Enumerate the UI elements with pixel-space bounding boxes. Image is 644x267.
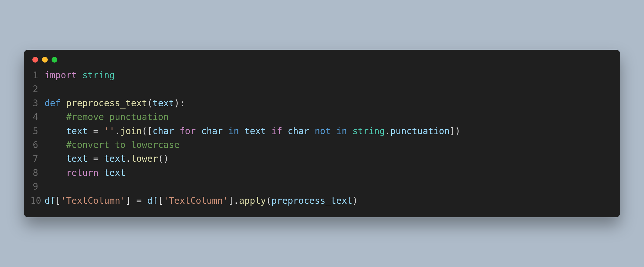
line-number: 10 (30, 194, 45, 208)
space-token (61, 98, 66, 108)
space-token (266, 126, 271, 136)
space-token (99, 153, 104, 164)
code-line: 6 #convert to lowercase (30, 138, 614, 152)
line-number: 6 (30, 138, 45, 152)
string-token: 'TextColumn' (61, 195, 126, 206)
var-token: text (104, 153, 125, 164)
minimize-icon[interactable] (42, 57, 48, 63)
space-token (223, 126, 228, 136)
space-token (309, 126, 315, 136)
space-token (99, 126, 104, 136)
space-token (142, 195, 147, 206)
punct-token: ( (158, 153, 163, 164)
punct-token: . (234, 195, 239, 206)
close-icon[interactable] (32, 57, 38, 63)
code-content: text = ''.join([char for char in text if… (45, 124, 614, 138)
space-token (347, 126, 352, 136)
method-token: apply (239, 195, 266, 206)
method-token: lower (131, 153, 158, 164)
line-number: 8 (30, 166, 45, 180)
punct-token: ) (163, 153, 169, 164)
indent-token (45, 140, 66, 150)
punct-token: ( (266, 195, 271, 206)
code-line: 10 df['TextColumn'] = df['TextColumn'].a… (30, 194, 614, 208)
keyword-token: in (336, 126, 347, 136)
punct-token: ) (174, 98, 180, 108)
code-editor[interactable]: 1 import string 2 3 def preprocess_text(… (24, 66, 620, 211)
punct-token: ] (228, 195, 234, 206)
code-line: 1 import string (30, 68, 614, 82)
punct-token: . (385, 126, 390, 136)
module-token: string (82, 70, 115, 81)
space-token (196, 126, 201, 136)
space-token (99, 168, 104, 178)
punct-token: . (115, 126, 120, 136)
code-window: 1 import string 2 3 def preprocess_text(… (24, 50, 620, 217)
space-token (239, 126, 244, 136)
window-titlebar (24, 50, 620, 66)
code-content: #convert to lowercase (45, 138, 614, 152)
keyword-token: in (228, 126, 239, 136)
var-token: char (288, 126, 309, 136)
comment-token: #convert to lowercase (66, 140, 179, 150)
maximize-icon[interactable] (52, 57, 57, 63)
keyword-token: return (66, 168, 98, 178)
string-token: 'TextColumn' (163, 195, 228, 206)
code-content: return text (45, 166, 614, 180)
comment-token: #remove punctuation (66, 112, 169, 122)
operator-token: = (136, 195, 142, 206)
module-token: string (352, 126, 385, 136)
arg-token: preprocess_text (271, 195, 352, 206)
space-token (77, 70, 82, 81)
code-content: import string (45, 68, 614, 82)
punct-token: : (179, 98, 185, 108)
method-token: join (120, 126, 142, 136)
punct-token: ] (450, 126, 455, 136)
indent-token (45, 112, 66, 122)
var-token: char (201, 126, 223, 136)
space-token (88, 126, 93, 136)
punct-token: [ (55, 195, 61, 206)
code-content: #remove punctuation (45, 110, 614, 124)
keyword-token: def (45, 98, 61, 108)
var-token: text (66, 153, 87, 164)
indent-token (45, 153, 66, 164)
punct-token: [ (158, 195, 163, 206)
param-token: text (153, 98, 174, 108)
line-number: 3 (30, 96, 45, 110)
attr-token: punctuation (390, 126, 450, 136)
code-line: 3 def preprocess_text(text): (30, 96, 614, 110)
var-token: df (45, 195, 55, 206)
code-line: 9 (30, 180, 614, 194)
space-token (331, 126, 336, 136)
funcname-token: preprocess_text (66, 98, 147, 108)
var-token: text (66, 126, 87, 136)
line-number: 9 (30, 180, 45, 194)
space-token (88, 153, 93, 164)
code-line: 4 #remove punctuation (30, 110, 614, 124)
punct-token: . (126, 153, 131, 164)
code-line: 2 (30, 82, 614, 96)
punct-token: [ (147, 126, 153, 136)
punct-token: ( (147, 98, 153, 108)
var-token: text (244, 126, 266, 136)
space-token (282, 126, 288, 136)
line-number: 7 (30, 152, 45, 166)
code-content: df['TextColumn'] = df['TextColumn'].appl… (45, 194, 614, 208)
keyword-token: not (315, 126, 331, 136)
string-token: '' (104, 126, 115, 136)
space-token (174, 126, 180, 136)
punct-token: ) (455, 126, 460, 136)
keyword-token: import (45, 70, 77, 81)
punct-token: ) (352, 195, 358, 206)
operator-token: = (93, 153, 99, 164)
indent-token (45, 126, 66, 136)
line-number: 5 (30, 124, 45, 138)
var-token: df (147, 195, 158, 206)
code-line: 8 return text (30, 166, 614, 180)
var-token: char (153, 126, 174, 136)
line-number: 1 (30, 68, 45, 82)
code-content: def preprocess_text(text): (45, 96, 614, 110)
space-token (131, 195, 136, 206)
indent-token (45, 168, 66, 178)
